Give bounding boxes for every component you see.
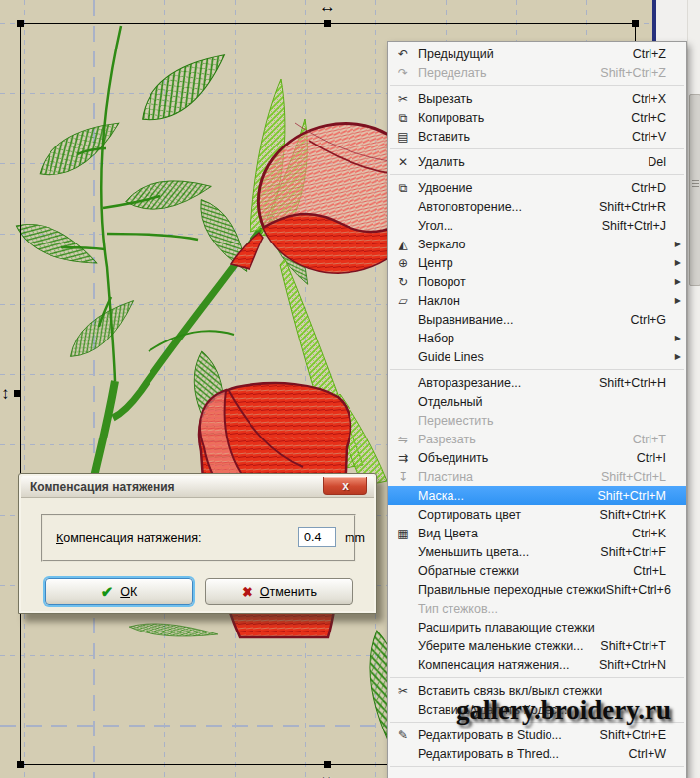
menu-item-отдельный[interactable]: Отдельный	[388, 392, 686, 411]
menu-item-label: Поворот	[418, 275, 466, 289]
menu-item-label: Копировать	[418, 111, 484, 125]
menu-item-удалить[interactable]: ✕УдалитьDel	[388, 152, 686, 171]
menu-item-label: Правильные переходные стежки	[418, 583, 606, 597]
menu-item-вид-цвета[interactable]: ▦Вид ЦветаCtrl+K	[388, 524, 686, 542]
tension-label: Компенсация натяжения:	[43, 532, 202, 545]
menu-item-объединить[interactable]: ⇉ОбъединитьCtrl+I	[388, 448, 686, 467]
close-button[interactable]: x	[323, 477, 367, 495]
menu-item-shortcut: Ctrl+W	[628, 747, 670, 761]
menu-item-поворот[interactable]: ↻Поворот▶	[388, 272, 686, 291]
selection-handle[interactable]	[324, 20, 331, 27]
link-stitches-icon: ✂	[388, 684, 418, 698]
menu-item-вставить[interactable]: ▤ВставитьCtrl+V	[388, 127, 686, 146]
menu-item-расширить-плавающие-стежки[interactable]: Расширить плавающие стежки	[388, 618, 686, 636]
tension-fieldset: Компенсация натяжения: mm	[41, 514, 356, 562]
menu-item-выравнивание[interactable]: Выравнивание...Ctrl+G	[388, 310, 686, 329]
menu-item-shortcut: Shift+Ctrl+K	[600, 508, 670, 522]
menu-item-shortcut: Ctrl+T	[633, 433, 670, 446]
selection-handle[interactable]	[14, 390, 21, 397]
submenu-arrow-icon: ▶	[670, 258, 681, 267]
menu-item-редактировать-в-studio[interactable]: ✎Редактировать в Studio...Shift+Ctrl+E	[388, 726, 686, 744]
menu-item-label: Отдельный	[418, 395, 483, 409]
selection-handle[interactable]	[17, 761, 24, 768]
menu-item-вырезать[interactable]: ✂ВырезатьCtrl+X	[388, 89, 686, 108]
menu-item-shortcut: Ctrl+I	[637, 451, 670, 465]
menu-item-label: Удалить	[418, 155, 465, 169]
skew-icon: ▱	[388, 294, 418, 308]
menu-item-shortcut: Ctrl+K	[632, 527, 670, 540]
ok-button-label: ОК	[120, 585, 137, 599]
menu-item-label: Удвоение	[418, 181, 473, 195]
menu-item-правильные-переходные-стежки[interactable]: Правильные переходные стежкиShift+Ctrl+6	[388, 580, 686, 599]
scrollbar-thumb[interactable]	[689, 94, 700, 286]
menu-item-shortcut: Shift+Ctrl+Z	[600, 66, 670, 80]
menu-item-центр[interactable]: ⊕Центр▶	[388, 253, 686, 272]
menu-item-label: Уменьшить цвета...	[418, 545, 529, 559]
split-icon: ⇋	[388, 433, 418, 446]
menu-item-удвоение[interactable]: ⧉УдвоениеCtrl+D	[388, 178, 686, 197]
menu-item-предыдущий[interactable]: ↶ПредыдущийCtrl+Z	[388, 45, 686, 63]
menu-item-shortcut: Shift+Ctrl+T	[600, 639, 670, 653]
delete-icon: ✕	[388, 155, 418, 169]
paste-icon: ▤	[388, 130, 418, 144]
menu-separator	[390, 369, 684, 370]
menu-item-shortcut: Shift+Ctrl+F	[600, 545, 670, 559]
menu-item-shortcut: Ctrl+X	[632, 92, 670, 106]
menu-item-переместить: Переместить	[388, 411, 686, 430]
menu-item-shortcut: Shift+Ctrl+6	[606, 583, 675, 597]
menu-item-shortcut: Shift+Ctrl+E	[600, 729, 670, 742]
submenu-arrow-icon: ▶	[670, 296, 681, 305]
menu-item-маска[interactable]: Маска...Shift+Ctrl+M	[388, 486, 686, 505]
duplicate-icon: ⧉	[388, 181, 418, 195]
menu-item-label: Уберите маленькие стежки...	[418, 639, 584, 653]
join-icon: ⇉	[388, 451, 418, 465]
submenu-arrow-icon: ▶	[670, 352, 681, 361]
menu-item-копировать[interactable]: ⧉КопироватьCtrl+C	[388, 108, 686, 127]
unit-label: mm	[345, 532, 365, 545]
menu-item-переделать: ↷ПеределатьShift+Ctrl+Z	[388, 63, 686, 82]
cut-icon: ✂	[388, 92, 418, 106]
menu-item-угол[interactable]: Угол...Shift+Ctrl+J	[388, 216, 686, 235]
menu-item-зеркало[interactable]: ◭Зеркало▶	[388, 235, 686, 253]
menu-item-label: Переделать	[418, 66, 487, 80]
menu-item-авторазрезание[interactable]: Авторазрезание...Shift+Ctrl+H	[388, 373, 686, 392]
edit-studio-icon: ✎	[388, 729, 418, 742]
h-resize-cursor-icon: ↔	[318, 768, 335, 778]
submenu-arrow-icon: ▶	[670, 334, 681, 342]
menu-item-label: Пластина	[418, 470, 473, 484]
menu-item-компенсация-натяжения[interactable]: Компенсация натяжения...Shift+Ctrl+N	[388, 655, 686, 674]
menu-item-guide-lines[interactable]: Guide Lines▶	[388, 347, 686, 366]
menu-item-label: Редактировать в Thred...	[418, 747, 559, 761]
menu-item-обратные-стежки[interactable]: Обратные стежкиCtrl+L	[388, 561, 686, 580]
menu-separator	[390, 148, 684, 149]
menu-item-shortcut: Ctrl+C	[631, 111, 670, 125]
tension-input[interactable]	[298, 527, 336, 547]
menu-separator	[390, 766, 684, 767]
menu-item-уберите-маленькие-стежки[interactable]: Уберите маленькие стежки...Shift+Ctrl+T	[388, 636, 686, 655]
menu-item-label: Предыдущий	[418, 48, 494, 61]
menu-item-label: Объединить	[418, 451, 488, 465]
menu-item-label: Угол...	[418, 219, 453, 233]
selection-handle[interactable]	[17, 20, 24, 27]
menu-item-label: Тип стежков...	[418, 602, 498, 616]
selection-handle[interactable]	[632, 20, 639, 27]
watermark: gallery.broidery.ru	[456, 695, 671, 726]
menu-item-shortcut: Shift+Ctrl+J	[602, 219, 670, 233]
menu-item-набор[interactable]: Набор▶	[388, 329, 686, 347]
menu-item-сортировать-цвет[interactable]: Сортировать цветShift+Ctrl+K	[388, 505, 686, 524]
cancel-button[interactable]: ✖ Отменить	[205, 578, 353, 605]
mirror-icon: ◭	[388, 238, 418, 251]
menu-item-label: Разрезать	[418, 433, 476, 446]
menu-item-label: Вырезать	[418, 92, 473, 106]
vertical-scrollbar[interactable]	[687, 0, 700, 778]
dialog-titlebar[interactable]: Компенсация натяжения x	[21, 476, 374, 498]
menu-item-автоповторение[interactable]: Автоповторение...Shift+Ctrl+R	[388, 197, 686, 216]
menu-item-уменьшить-цвета[interactable]: Уменьшить цвета...Shift+Ctrl+F	[388, 542, 686, 561]
tension-compensation-dialog: Компенсация натяжения x Компенсация натя…	[18, 473, 377, 614]
menu-item-shortcut: Ctrl+D	[631, 181, 670, 195]
ok-button[interactable]: ✔ ОК	[45, 578, 193, 605]
menu-item-редактировать-в-thred[interactable]: Редактировать в Thred...Ctrl+W	[388, 744, 686, 763]
menu-item-наклон[interactable]: ▱Наклон▶	[388, 291, 686, 310]
close-icon: x	[342, 480, 349, 492]
v-resize-cursor-icon: ↕	[1, 385, 10, 402]
